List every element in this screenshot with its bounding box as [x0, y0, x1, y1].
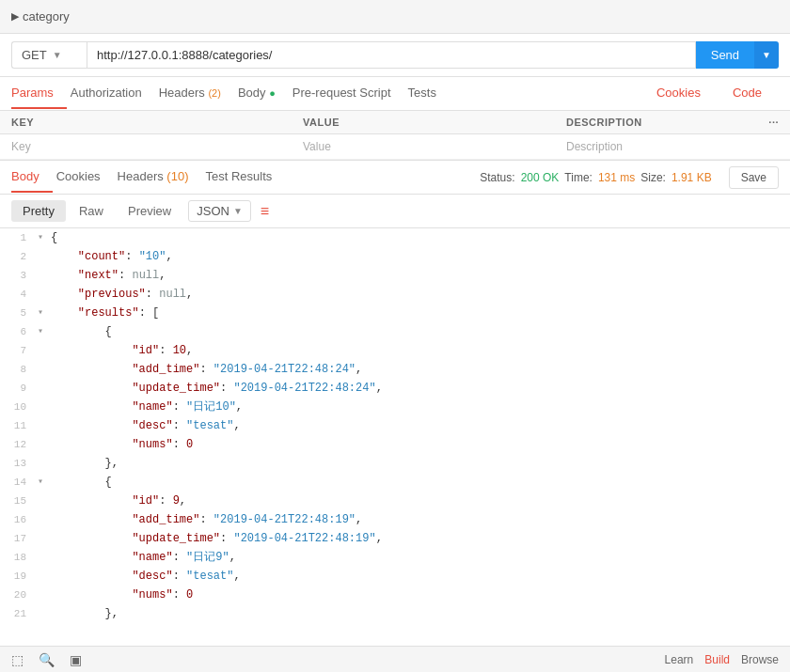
fold-arrow[interactable]: ▾: [38, 304, 51, 322]
line-number: 12: [0, 435, 38, 454]
json-content: "id": 10,: [51, 341, 790, 360]
json-content: "update_time": "2019-04-21T22:48:19",: [51, 529, 790, 548]
json-line: 4 "previous": null,: [0, 285, 790, 304]
json-content: },: [51, 604, 790, 622]
size-label: Size:: [640, 171, 666, 184]
tab-cookies-link[interactable]: Cookies: [656, 78, 714, 109]
param-key-input[interactable]: Key: [11, 140, 303, 153]
json-content: "nums": 0: [51, 435, 790, 454]
bottom-icon-2[interactable]: 🔍: [39, 652, 55, 667]
col-description: DESCRIPTION: [566, 117, 750, 128]
resp-tab-body[interactable]: Body: [11, 162, 53, 193]
response-time: 131 ms: [598, 171, 635, 184]
tab-code-link[interactable]: Code: [733, 78, 775, 109]
view-tabs: Pretty Raw Preview JSON ▼ ≡: [0, 195, 790, 228]
line-number: 1: [0, 228, 38, 247]
view-tab-pretty[interactable]: Pretty: [11, 200, 66, 222]
tab-params[interactable]: Params: [11, 78, 67, 109]
resp-tab-headers[interactable]: Headers (10): [118, 162, 202, 193]
save-button[interactable]: Save: [729, 166, 779, 189]
json-content: "name": "日记9",: [51, 548, 790, 567]
format-select[interactable]: JSON ▼: [188, 200, 251, 222]
json-content: },: [51, 454, 790, 473]
req-tab-right: Cookies Code: [656, 78, 779, 109]
resp-tab-test-results[interactable]: Test Results: [205, 162, 285, 193]
json-body[interactable]: 1▾{2 "count": "10",3 "next": null,4 "pre…: [0, 228, 790, 622]
response-tabs-bar: Body Cookies Headers (10) Test Results S…: [0, 161, 790, 195]
tab-headers[interactable]: Headers (2): [159, 78, 234, 109]
bottom-icon-1[interactable]: ⬚: [11, 652, 24, 667]
tab-pre-request[interactable]: Pre-request Script: [292, 78, 404, 109]
col-value: VALUE: [303, 117, 566, 128]
json-line: 13 },: [0, 454, 790, 473]
view-tab-raw[interactable]: Raw: [68, 200, 115, 222]
json-line: 7 "id": 10,: [0, 341, 790, 360]
col-more: ···: [750, 117, 779, 128]
resp-tab-cookies[interactable]: Cookies: [56, 162, 114, 193]
json-content: "next": null,: [51, 266, 790, 285]
line-number: 14: [0, 473, 38, 492]
params-header: KEY VALUE DESCRIPTION ···: [0, 111, 790, 134]
send-dropdown-button[interactable]: ▼: [754, 41, 779, 69]
fold-arrow[interactable]: ▾: [38, 322, 51, 341]
fold-arrow[interactable]: ▾: [38, 473, 51, 492]
json-content: "name": "日记10",: [51, 398, 790, 416]
tab-body[interactable]: Body ●: [238, 78, 289, 109]
resp-headers-badge: (10): [166, 169, 188, 183]
json-line: 17 "update_time": "2019-04-21T22:48:19",: [0, 529, 790, 548]
url-bar: GET ▼ Send ▼: [0, 34, 790, 77]
tab-authorization[interactable]: Authorization: [71, 78, 155, 109]
bottom-icon-3[interactable]: ▣: [70, 652, 82, 667]
line-number: 3: [0, 266, 38, 285]
json-line: 20 "nums": 0: [0, 586, 790, 604]
param-desc-input[interactable]: Description: [566, 140, 779, 153]
body-badge: ●: [269, 87, 276, 99]
status-info: Status: 200 OK Time: 131 ms Size: 1.91 K…: [480, 166, 779, 189]
json-content: "previous": null,: [51, 285, 790, 304]
line-number: 5: [0, 304, 38, 322]
json-line: 9 "update_time": "2019-04-21T22:48:24",: [0, 379, 790, 398]
line-number: 16: [0, 510, 38, 529]
collection-name: category: [23, 9, 70, 23]
view-tab-preview[interactable]: Preview: [117, 200, 182, 222]
json-line: 15 "id": 9,: [0, 492, 790, 510]
url-input[interactable]: [87, 41, 696, 69]
json-line: 8 "add_time": "2019-04-21T22:48:24",: [0, 360, 790, 379]
status-code: 200 OK: [521, 171, 560, 184]
bottom-learn[interactable]: Learn: [665, 653, 694, 666]
col-key: KEY: [11, 117, 303, 128]
json-content: {: [51, 322, 790, 341]
line-number: 2: [0, 247, 38, 266]
json-content: "add_time": "2019-04-21T22:48:19",: [51, 510, 790, 529]
status-label: Status:: [480, 171, 514, 184]
tab-tests[interactable]: Tests: [408, 78, 450, 109]
fold-arrow[interactable]: ▾: [38, 228, 51, 247]
bottom-build[interactable]: Build: [704, 653, 730, 666]
json-line: 16 "add_time": "2019-04-21T22:48:19",: [0, 510, 790, 529]
wrap-icon[interactable]: ≡: [261, 203, 269, 220]
top-bar: ▶ category: [0, 0, 790, 34]
params-table: KEY VALUE DESCRIPTION ··· Key Value Desc…: [0, 111, 790, 161]
json-content: "add_time": "2019-04-21T22:48:24",: [51, 360, 790, 379]
line-number: 10: [0, 398, 38, 416]
headers-badge: (2): [208, 87, 220, 99]
method-dropdown-icon: ▼: [53, 50, 62, 60]
bottom-browse[interactable]: Browse: [741, 653, 779, 666]
send-button[interactable]: Send: [696, 41, 754, 69]
time-label: Time:: [564, 171, 592, 184]
line-number: 20: [0, 586, 38, 604]
method-text: GET: [22, 48, 47, 62]
json-content: "results": [: [51, 304, 790, 322]
line-number: 18: [0, 548, 38, 567]
format-label: JSON: [197, 204, 229, 218]
json-content: "desc": "tesat",: [51, 416, 790, 435]
json-line: 11 "desc": "tesat",: [0, 416, 790, 435]
format-dropdown-icon: ▼: [233, 206, 243, 216]
json-line: 5▾ "results": [: [0, 304, 790, 322]
json-content: {: [51, 228, 790, 247]
json-content: "update_time": "2019-04-21T22:48:24",: [51, 379, 790, 398]
collection-arrow: ▶: [11, 10, 19, 23]
method-select[interactable]: GET ▼: [11, 41, 87, 69]
json-content: "desc": "tesat",: [51, 567, 790, 586]
param-value-input[interactable]: Value: [303, 140, 566, 153]
